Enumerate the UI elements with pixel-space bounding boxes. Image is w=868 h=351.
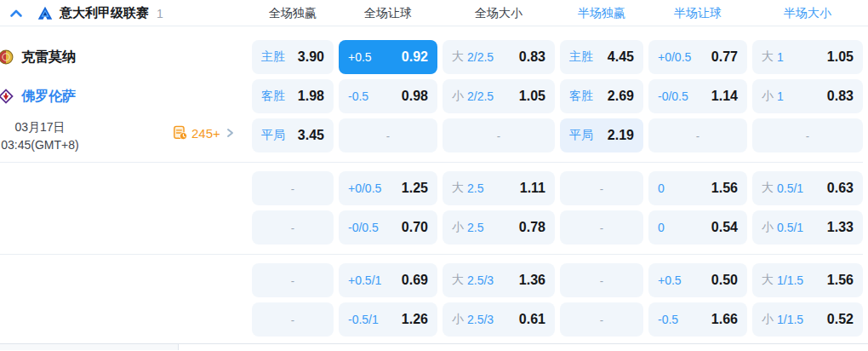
odds-dash: - [600, 274, 603, 287]
odds-cell[interactable]: 主胜3.90 [252, 40, 334, 74]
handicap-line: +0.5 [348, 50, 372, 64]
handicap-line: -0.5/1 [348, 313, 379, 326]
over-under-line: 大1 [762, 49, 784, 65]
odds-cell[interactable]: 客胜2.69 [560, 79, 643, 113]
odds-value: 0.98 [402, 89, 428, 104]
column-header-halftime-1x2: 半场独赢 [560, 6, 643, 21]
handicap-line: -0.5 [658, 313, 678, 326]
league-title: 意大利甲级联赛 [60, 5, 149, 21]
odds-value: 3.45 [298, 128, 324, 143]
odds-cell[interactable]: 大0.5/10.63 [752, 171, 863, 205]
odds-cell[interactable]: 01.56 [648, 171, 747, 205]
over-under-value: 0.5/1 [777, 181, 803, 195]
markets-count-icon [173, 125, 188, 141]
odds-value: 1.25 [402, 181, 428, 196]
odds-cell[interactable]: 大11.05 [752, 40, 863, 74]
match-info-panel: 克雷莫纳 佛罗伦萨 03月17日 03:45(GMT+8) [0, 26, 252, 350]
odds-cell[interactable]: 大2.5/31.36 [443, 263, 555, 297]
odds-cell[interactable]: 小2.50.78 [443, 210, 555, 245]
over-under-value: 2/2.5 [467, 50, 494, 64]
odds-cell[interactable]: 00.54 [648, 210, 747, 245]
match-datetime: 03月17日 03:45(GMT+8) [0, 118, 90, 154]
more-markets-link[interactable]: 245+ [173, 125, 236, 141]
over-under-line: 小2/2.5 [452, 89, 494, 104]
odds-value: 1.56 [827, 273, 854, 288]
odds-value: 0.63 [827, 181, 854, 196]
odds-cell[interactable]: 平局2.19 [560, 118, 643, 152]
odds-cell-empty: - [252, 210, 334, 245]
home-team-row: 克雷莫纳 [0, 47, 76, 67]
odds-cell[interactable]: 小2.5/30.61 [443, 302, 555, 337]
over-under-side: 小 [762, 89, 774, 104]
odds-cell[interactable]: 大2/2.50.83 [443, 40, 555, 74]
handicap-line: -0/0.5 [348, 221, 379, 234]
handicap-line: 0 [658, 221, 665, 234]
odds-value: 0.61 [519, 312, 545, 327]
odds-cell[interactable]: 主胜4.45 [560, 40, 643, 74]
odds-cell[interactable]: -0/0.50.70 [339, 210, 437, 245]
over-under-line: 小1/1.5 [762, 312, 803, 327]
odds-cell[interactable]: -0.51.66 [648, 302, 747, 337]
over-under-line: 大2.5 [452, 181, 483, 196]
over-under-line: 小2.5 [452, 220, 483, 235]
over-under-value: 0.5/1 [777, 221, 803, 234]
over-under-line: 小0.5/1 [762, 220, 803, 235]
odds-cell[interactable]: 小10.83 [752, 79, 863, 113]
odds-cell[interactable]: 小2/2.51.05 [443, 79, 555, 113]
odds-dash: - [600, 182, 603, 195]
collapse-chevron-up-icon[interactable] [9, 6, 24, 21]
column-header-fulltime-overunder: 全场大小 [443, 6, 555, 21]
odds-value: 0.78 [519, 220, 545, 235]
next-section-divider [0, 343, 868, 350]
odds-cell[interactable]: +0.50.92 [339, 40, 437, 74]
over-under-side: 大 [762, 49, 774, 65]
over-under-line: 大2/2.5 [452, 49, 494, 65]
over-under-side: 大 [452, 49, 464, 65]
odds-cell[interactable]: +0/0.50.77 [648, 40, 747, 74]
over-under-line: 大0.5/1 [762, 181, 803, 196]
odds-row: -+0.5/10.69大2.5/31.36-+0.50.50大1/1.51.56 [252, 263, 868, 297]
league-header-left: 意大利甲级联赛 1 [0, 0, 252, 26]
over-under-side: 小 [452, 89, 464, 104]
odds-cell[interactable]: 小1/1.50.52 [752, 302, 863, 337]
odds-cell[interactable]: -0.5/11.26 [339, 302, 437, 337]
odds-cell[interactable]: 平局3.45 [252, 118, 334, 152]
away-team-crest-icon [0, 88, 14, 105]
over-under-side: 小 [452, 220, 464, 235]
league-match-count: 1 [157, 7, 163, 20]
odds-cell[interactable]: 客胜1.98 [252, 79, 334, 113]
odds-cell-empty: - [560, 171, 643, 205]
league-logo-icon [37, 6, 53, 21]
odds-value: 2.19 [608, 128, 634, 143]
odds-cell-empty: - [560, 263, 643, 297]
odds-value: 1.14 [711, 89, 738, 104]
odds-cell[interactable]: 大2.51.11 [443, 171, 555, 205]
odds-page: 意大利甲级联赛 1 全场独赢 全场让球 全场大小 半场独赢 半场让球 半场大小 [0, 0, 868, 351]
odds-cell[interactable]: +0.50.50 [648, 263, 747, 297]
away-team-row: 佛罗伦萨 [0, 86, 76, 106]
odds-cell-empty: - [752, 118, 863, 152]
over-under-line: 大2.5/3 [452, 273, 494, 288]
odds-cell[interactable]: -0.50.98 [339, 79, 437, 113]
over-under-value: 2.5/3 [467, 273, 494, 287]
over-under-value: 1/1.5 [777, 273, 803, 287]
odds-value: 0.50 [711, 273, 738, 288]
odds-dash: - [696, 129, 700, 142]
home-team-crest-icon [0, 49, 14, 66]
odds-dash: - [291, 222, 294, 234]
markets-count-label: 245+ [191, 126, 220, 141]
odds-cell[interactable]: 小0.5/11.33 [752, 210, 863, 245]
next-section-left-strip [0, 344, 179, 350]
away-team-name: 佛罗伦萨 [21, 88, 76, 106]
odds-cell[interactable]: 大1/1.51.56 [752, 263, 863, 297]
odds-cell[interactable]: +0/0.51.25 [339, 171, 437, 205]
odds-value: 1.11 [520, 181, 545, 196]
odds-cell-empty: - [252, 263, 334, 297]
over-under-value: 2.5 [467, 181, 483, 195]
odds-value: 2.69 [608, 89, 634, 104]
odds-row: 平局3.45--平局2.19-- [252, 118, 868, 152]
odds-cell[interactable]: -0/0.51.14 [648, 79, 747, 113]
odds-cell[interactable]: +0.5/10.69 [339, 263, 437, 297]
odds-value: 0.54 [711, 220, 738, 235]
odds-cell-empty: - [648, 118, 747, 152]
